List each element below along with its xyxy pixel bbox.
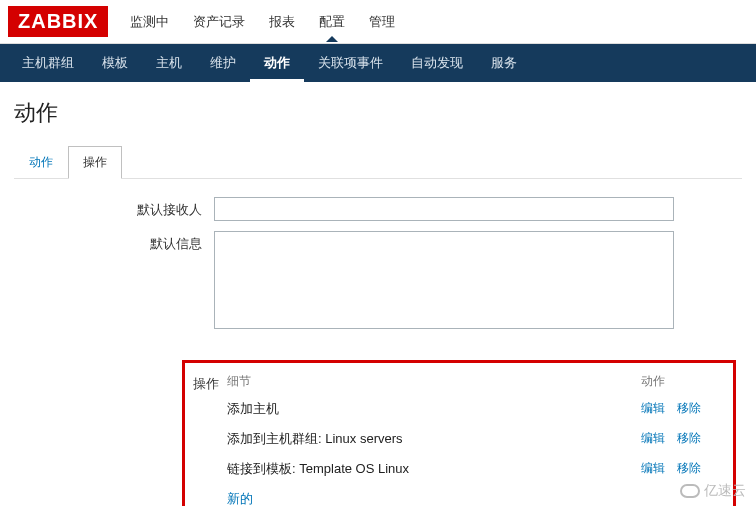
top-nav: ZABBIX 监测中 资产记录 报表 配置 管理 — [0, 0, 756, 44]
message-label: 默认信息 — [14, 231, 214, 332]
operations-section-label: 操作 — [185, 373, 227, 506]
operations-col-action: 动作 — [641, 373, 721, 390]
operations-box: 操作 细节 动作 添加主机 编辑 移除 添加到主机群组: Linux serve… — [182, 360, 736, 506]
tab-operations[interactable]: 操作 — [68, 146, 122, 179]
operation-detail: 链接到模板: Template OS Linux — [227, 460, 641, 478]
subnav-hosts[interactable]: 主机 — [142, 44, 196, 82]
sub-nav: 主机群组 模板 主机 维护 动作 关联项事件 自动发现 服务 — [0, 44, 756, 82]
topnav-reports[interactable]: 报表 — [257, 3, 307, 41]
message-textarea[interactable] — [214, 231, 674, 329]
operations-col-detail: 细节 — [227, 373, 641, 390]
subnav-templates[interactable]: 模板 — [88, 44, 142, 82]
operation-row: 添加主机 编辑 移除 — [227, 400, 721, 418]
logo: ZABBIX — [8, 6, 108, 37]
operation-row: 添加到主机群组: Linux servers 编辑 移除 — [227, 430, 721, 448]
tabs: 动作 操作 — [14, 146, 742, 179]
recipient-input[interactable] — [214, 197, 674, 221]
operation-new-link[interactable]: 新的 — [227, 490, 721, 506]
operation-edit-link[interactable]: 编辑 — [641, 431, 665, 445]
topnav-inventory[interactable]: 资产记录 — [181, 3, 257, 41]
operation-remove-link[interactable]: 移除 — [677, 431, 701, 445]
cloud-icon — [680, 484, 700, 498]
topnav-administration[interactable]: 管理 — [357, 3, 407, 41]
operation-edit-link[interactable]: 编辑 — [641, 461, 665, 475]
subnav-correlation[interactable]: 关联项事件 — [304, 44, 397, 82]
subnav-maintenance[interactable]: 维护 — [196, 44, 250, 82]
watermark-text: 亿速云 — [704, 482, 746, 500]
watermark: 亿速云 — [680, 482, 746, 500]
topnav-configuration[interactable]: 配置 — [307, 3, 357, 41]
operation-remove-link[interactable]: 移除 — [677, 461, 701, 475]
tab-action[interactable]: 动作 — [14, 146, 68, 179]
subnav-actions[interactable]: 动作 — [250, 44, 304, 82]
form: 默认接收人 默认信息 — [0, 179, 756, 360]
operation-detail: 添加主机 — [227, 400, 641, 418]
operation-remove-link[interactable]: 移除 — [677, 401, 701, 415]
recipient-label: 默认接收人 — [14, 197, 214, 221]
operation-edit-link[interactable]: 编辑 — [641, 401, 665, 415]
topnav-monitoring[interactable]: 监测中 — [118, 3, 181, 41]
operation-row: 链接到模板: Template OS Linux 编辑 移除 — [227, 460, 721, 478]
subnav-services[interactable]: 服务 — [477, 44, 531, 82]
subnav-hostgroups[interactable]: 主机群组 — [8, 44, 88, 82]
subnav-discovery[interactable]: 自动发现 — [397, 44, 477, 82]
page-title: 动作 — [0, 82, 756, 146]
operation-detail: 添加到主机群组: Linux servers — [227, 430, 641, 448]
